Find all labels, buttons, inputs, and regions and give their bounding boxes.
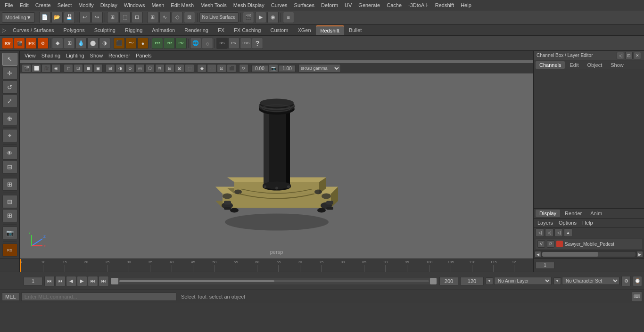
cb-close-btn[interactable]: ✕ xyxy=(634,52,641,59)
snap-curve-btn[interactable]: ∿ xyxy=(159,12,171,23)
rs-log[interactable]: LOG xyxy=(240,38,251,49)
rs-light4[interactable]: ☼ xyxy=(202,38,213,49)
snap-grid-btn[interactable]: ⊞ xyxy=(147,12,158,23)
tab-xgen[interactable]: XGen xyxy=(293,26,315,34)
vp-film-btn[interactable]: ⬜ xyxy=(32,64,41,73)
save-file-btn[interactable]: 💾 xyxy=(64,12,75,23)
cb-tab-channels[interactable]: Channels xyxy=(536,61,565,69)
renderer-menu[interactable]: Renderer xyxy=(107,52,132,59)
new-file-btn[interactable]: 📄 xyxy=(39,12,50,23)
le-create-empty-btn[interactable]: ◁ xyxy=(545,228,553,237)
rs-pr-3[interactable]: PR xyxy=(175,38,187,49)
vp-select-highlight[interactable]: ◆ xyxy=(197,64,206,73)
le-tab-anim[interactable]: Anim xyxy=(586,210,606,217)
snap-point-btn[interactable]: ◇ xyxy=(172,12,183,23)
snap-view-btn[interactable]: ⊠ xyxy=(184,12,195,23)
mel-button[interactable]: MEL xyxy=(2,292,19,301)
view-menu[interactable]: View xyxy=(23,52,38,59)
menu-display[interactable]: Display xyxy=(98,1,120,9)
vp-gate[interactable]: ⊠ xyxy=(175,64,184,73)
tab-sculpting[interactable]: Sculpting xyxy=(90,26,120,34)
play-back-btn[interactable]: ◀ xyxy=(66,276,76,286)
move-tool[interactable]: ✛ xyxy=(2,67,17,80)
rs-shape-half[interactable]: ◑ xyxy=(99,38,110,49)
tab-fx[interactable]: FX xyxy=(213,26,229,34)
vp-render-region[interactable]: ⬚ xyxy=(185,64,194,73)
vp-dof[interactable]: ◎ xyxy=(135,64,145,73)
component-btn[interactable]: ⊞ xyxy=(2,178,17,191)
redo-btn[interactable]: ↪ xyxy=(91,12,103,23)
rs-btn-2[interactable]: 🎬 xyxy=(14,38,25,49)
vp-grid-toggle[interactable]: ⊞ xyxy=(106,64,115,73)
range-end-input[interactable] xyxy=(439,277,458,285)
vp-aa[interactable]: ⬡ xyxy=(145,64,155,73)
vp-bones[interactable]: ⬛ xyxy=(227,64,236,73)
rotate-tool[interactable]: ↺ xyxy=(2,81,17,94)
goto-start-btn[interactable]: ⏮ xyxy=(44,276,55,286)
ls-right-btn[interactable]: ▶ xyxy=(636,251,643,258)
menu-select[interactable]: Select xyxy=(55,1,75,9)
vp-cam3[interactable]: 🎥 xyxy=(41,64,51,73)
scale-tool[interactable]: ⤢ xyxy=(2,95,17,108)
script-editor-btn[interactable]: ⌨ xyxy=(632,292,642,302)
rs-btn-1[interactable]: RV xyxy=(2,38,13,49)
menu-curves[interactable]: Curves xyxy=(268,1,290,9)
layer-row[interactable]: V P Sawyer_Mobile_Pedest xyxy=(536,239,642,249)
layers-menu[interactable]: Layers xyxy=(536,219,555,226)
menu-mesh-display[interactable]: Mesh Display xyxy=(231,1,267,9)
shading-menu[interactable]: Shading xyxy=(40,52,62,59)
menu-uv[interactable]: UV xyxy=(342,1,355,9)
le-tab-render[interactable]: Render xyxy=(561,210,586,217)
le-delete-btn[interactable]: ◁ xyxy=(554,228,563,237)
step-back-btn[interactable]: ⏮ xyxy=(55,276,66,286)
vp-wireframe[interactable]: ⊡ xyxy=(74,64,83,73)
anim-layer-dropdown-btn[interactable]: ▼ xyxy=(486,277,493,285)
vp-playblast[interactable]: ⟳ xyxy=(239,64,248,73)
grid-btn[interactable]: ⊟ xyxy=(2,195,17,208)
rs-shape-grid[interactable]: ⊞ xyxy=(64,38,75,49)
rs-light-2[interactable]: 〜 xyxy=(125,38,137,49)
menu-mesh-tools[interactable]: Mesh Tools xyxy=(198,1,229,9)
vp-zoom-input[interactable] xyxy=(279,65,296,72)
cb-tab-edit[interactable]: Edit xyxy=(566,61,582,69)
rs-shape-diamond[interactable]: ◆ xyxy=(52,38,63,49)
le-create-layer-btn[interactable]: ◁ xyxy=(536,228,544,237)
ls-track[interactable] xyxy=(542,252,636,257)
lighting-menu[interactable]: Lighting xyxy=(64,52,86,59)
universal-tool[interactable]: ⊕ xyxy=(2,112,17,125)
rs-mat-1[interactable]: RS xyxy=(216,38,228,49)
soft-select[interactable]: ⌖ xyxy=(2,129,17,142)
tab-fx-caching[interactable]: FX Caching xyxy=(229,26,265,34)
vp-offset-input[interactable] xyxy=(251,65,268,72)
rs-light-3[interactable]: ● xyxy=(137,38,149,49)
menu-generate[interactable]: Generate xyxy=(355,1,383,9)
tab-rigging[interactable]: Rigging xyxy=(120,26,147,34)
cb-tab-object[interactable]: Object xyxy=(583,61,606,69)
vp-crease[interactable]: ⋯ xyxy=(207,64,216,73)
open-file-btn[interactable]: 📂 xyxy=(51,12,63,23)
le-move-up-btn[interactable]: ▲ xyxy=(564,228,572,237)
range-left-handle[interactable] xyxy=(112,278,118,284)
select-tool-btn[interactable]: ⊞ xyxy=(107,12,118,23)
menu-modify[interactable]: Modify xyxy=(75,1,96,9)
menu-file[interactable]: File xyxy=(2,1,16,9)
vp-textured[interactable]: ▣ xyxy=(93,64,103,73)
display-layer-btn[interactable]: ≡ xyxy=(283,12,294,23)
ipr-btn[interactable]: ◉ xyxy=(267,12,279,23)
vp-shadows[interactable]: ◑ xyxy=(116,64,125,73)
rs-btn-4[interactable]: ⚙ xyxy=(37,38,49,49)
rs-render-small[interactable]: RS xyxy=(2,243,17,257)
anim-layer-selector[interactable]: No Anim Layer xyxy=(494,277,552,285)
no-live-surface-btn[interactable]: No Live Surface xyxy=(199,12,239,23)
menu-edit[interactable]: Edit xyxy=(17,1,32,9)
le-options-menu[interactable]: Options xyxy=(557,219,578,226)
tab-rendering[interactable]: Rendering xyxy=(180,26,213,34)
step-forward-btn[interactable]: ⏭ xyxy=(88,276,98,286)
range-slider[interactable] xyxy=(111,278,438,284)
menu-mesh[interactable]: Mesh xyxy=(149,1,167,9)
command-line-input[interactable] xyxy=(21,292,176,301)
menu-deform[interactable]: Deform xyxy=(318,1,341,9)
layer-playback-btn[interactable]: P xyxy=(547,240,554,248)
char-set-dropdown-btn[interactable]: ▼ xyxy=(553,277,561,285)
range-right-handle[interactable] xyxy=(430,278,437,284)
